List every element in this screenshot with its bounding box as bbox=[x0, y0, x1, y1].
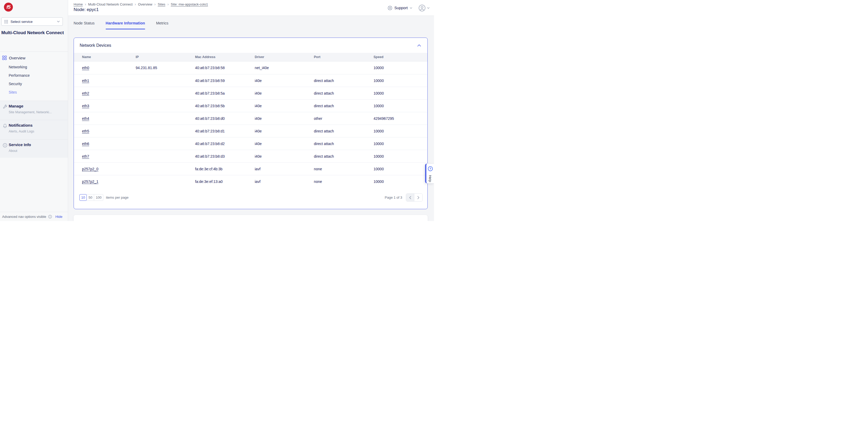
device-link[interactable]: eth3 bbox=[82, 104, 89, 108]
device-link[interactable]: eth6 bbox=[82, 141, 89, 146]
mac-cell: 40:a6:b7:23:b8:d3 bbox=[195, 154, 255, 158]
support-label: Support bbox=[394, 6, 408, 10]
chevron-down-icon bbox=[57, 21, 60, 23]
device-name-cell: eth0 bbox=[82, 66, 136, 70]
device-link[interactable]: eth2 bbox=[82, 91, 89, 95]
column-header: IP bbox=[136, 55, 195, 59]
driver-cell: iavf bbox=[255, 167, 314, 171]
tab-bar: Node StatusHardware InformationMetrics bbox=[73, 21, 168, 28]
table-row: eth140:a6:b7:23:b8:59i40edirect attach10… bbox=[74, 74, 427, 87]
previous-page-button[interactable] bbox=[406, 194, 414, 201]
wrench-icon bbox=[3, 104, 7, 109]
device-link[interactable]: eth0 bbox=[82, 66, 89, 70]
page-title: Node: epyc1 bbox=[73, 7, 99, 12]
driver-cell: iavf bbox=[255, 180, 314, 184]
table-row: eth440:a6:b7:23:b8:d0i40eother4294967295 bbox=[74, 112, 427, 125]
mac-cell: fa:de:3e:cf:4b:3b bbox=[195, 167, 255, 171]
speed-cell: 10000 bbox=[374, 104, 427, 108]
device-name-cell: eth1 bbox=[82, 78, 136, 83]
pager bbox=[406, 193, 423, 201]
sidebar-item-sites[interactable]: Sites bbox=[0, 88, 68, 96]
bell-icon bbox=[3, 124, 7, 128]
help-tab[interactable]: ? Help bbox=[425, 163, 434, 183]
f5-logo[interactable]: f5 bbox=[4, 3, 13, 11]
sidebar-item-service-info[interactable]: Service Info About bbox=[0, 139, 68, 158]
table-row: p257p2_0fa:de:3e:cf:4b:3biavfnone10000 bbox=[74, 162, 427, 175]
content-area: Node StatusHardware InformationMetrics N… bbox=[68, 16, 434, 221]
info-circle-icon[interactable] bbox=[48, 215, 52, 219]
section-title: Service Info bbox=[9, 143, 31, 147]
port-cell: direct attach bbox=[314, 154, 374, 158]
sidebar-item-performance[interactable]: Performance bbox=[0, 71, 68, 80]
port-cell: direct attach bbox=[314, 104, 374, 108]
hide-nav-button[interactable]: Hide bbox=[56, 215, 63, 219]
sidebar-item-notifications[interactable]: Notifications Alerts, Audit Logs bbox=[0, 120, 68, 139]
sidebar-item-manage[interactable]: Manage Site Management, Networki... bbox=[0, 101, 68, 120]
page-status: Page 1 of 3 bbox=[385, 195, 402, 199]
speed-cell: 10000 bbox=[374, 129, 427, 133]
device-link[interactable]: eth4 bbox=[82, 117, 89, 121]
column-header: Speed bbox=[374, 55, 427, 59]
next-section-card[interactable] bbox=[73, 215, 428, 221]
lifebuoy-icon bbox=[388, 5, 393, 10]
service-title: Multi-Cloud Network Connect bbox=[1, 29, 65, 36]
mac-cell: 40:a6:b7:23:b8:d1 bbox=[195, 129, 255, 133]
page-size-100-button[interactable]: 100 bbox=[94, 194, 103, 201]
device-link[interactable]: p257p2_1 bbox=[82, 180, 98, 184]
mac-cell: fa:de:3e:ef:13:a0 bbox=[195, 180, 255, 184]
breadcrumb-link[interactable]: Home bbox=[73, 2, 83, 6]
table-row: eth240:a6:b7:23:b8:5ai40edirect attach10… bbox=[74, 87, 427, 99]
tab-node-status[interactable]: Node Status bbox=[73, 21, 95, 28]
sidebar-item-security[interactable]: Security bbox=[0, 80, 68, 88]
driver-cell: i40e bbox=[255, 117, 314, 121]
table-row: eth740:a6:b7:23:b8:d3i40edirect attach10… bbox=[74, 150, 427, 162]
device-link[interactable]: eth5 bbox=[82, 129, 89, 133]
ip-cell: 94.231.81.85 bbox=[136, 66, 195, 70]
sidebar: f5 Select service Multi-Cloud Network Co… bbox=[0, 0, 68, 221]
speed-cell: 10000 bbox=[374, 141, 427, 146]
device-name-cell: eth6 bbox=[82, 141, 136, 146]
sidebar-item-overview[interactable]: Overview bbox=[0, 54, 68, 62]
user-menu[interactable] bbox=[418, 4, 430, 11]
breadcrumb-separator: › bbox=[167, 2, 169, 6]
device-name-cell: eth3 bbox=[82, 104, 136, 108]
breadcrumb-link[interactable]: Site: mw-appstack-colo1 bbox=[171, 2, 208, 6]
speed-cell: 10000 bbox=[374, 180, 427, 184]
port-cell: direct attach bbox=[314, 91, 374, 95]
port-cell: other bbox=[314, 117, 374, 121]
device-link[interactable]: p257p2_0 bbox=[82, 167, 98, 171]
next-page-button[interactable] bbox=[414, 194, 423, 201]
port-cell: direct attach bbox=[314, 141, 374, 146]
chevron-down-icon bbox=[427, 7, 430, 9]
sidebar-item-networking[interactable]: Networking bbox=[0, 63, 68, 71]
breadcrumb-link[interactable]: Sites bbox=[158, 2, 165, 6]
device-name-cell: p257p2_1 bbox=[82, 180, 136, 184]
overview-grid-icon bbox=[2, 56, 7, 60]
device-link[interactable]: eth7 bbox=[82, 154, 89, 158]
table-row: p257p2_1fa:de:3e:ef:13:a0iavfnone10000 bbox=[74, 175, 427, 188]
chevron-down-icon bbox=[409, 7, 412, 9]
mac-cell: 40:a6:b7:23:b8:5b bbox=[195, 104, 255, 108]
page-size-50-button[interactable]: 50 bbox=[87, 194, 94, 201]
speed-cell: 10000 bbox=[374, 167, 427, 171]
table-body: eth094.231.81.8540:a6:b7:23:b8:58net_i40… bbox=[74, 62, 427, 188]
mac-cell: 40:a6:b7:23:b8:59 bbox=[195, 78, 255, 83]
device-link[interactable]: eth1 bbox=[82, 78, 89, 83]
tab-hardware-information[interactable]: Hardware Information bbox=[106, 21, 145, 28]
column-header: Port bbox=[314, 55, 374, 59]
driver-cell: i40e bbox=[255, 141, 314, 146]
breadcrumb-separator: › bbox=[85, 2, 86, 6]
tab-metrics[interactable]: Metrics bbox=[156, 21, 168, 28]
mac-cell: 40:a6:b7:23:b8:d2 bbox=[195, 141, 255, 146]
collapse-section-button[interactable] bbox=[417, 44, 421, 47]
page-size-10-button[interactable]: 10 bbox=[80, 194, 87, 201]
speed-cell: 10000 bbox=[374, 154, 427, 158]
select-service-dropdown[interactable]: Select service bbox=[1, 17, 63, 26]
port-cell: direct attach bbox=[314, 78, 374, 83]
device-name-cell: eth5 bbox=[82, 129, 136, 133]
support-menu[interactable]: Support bbox=[388, 5, 412, 10]
svg-text:?: ? bbox=[429, 167, 431, 170]
driver-cell: i40e bbox=[255, 91, 314, 95]
breadcrumb-text: Multi-Cloud Network Connect bbox=[88, 2, 132, 6]
topbar-actions: Support bbox=[388, 0, 430, 16]
